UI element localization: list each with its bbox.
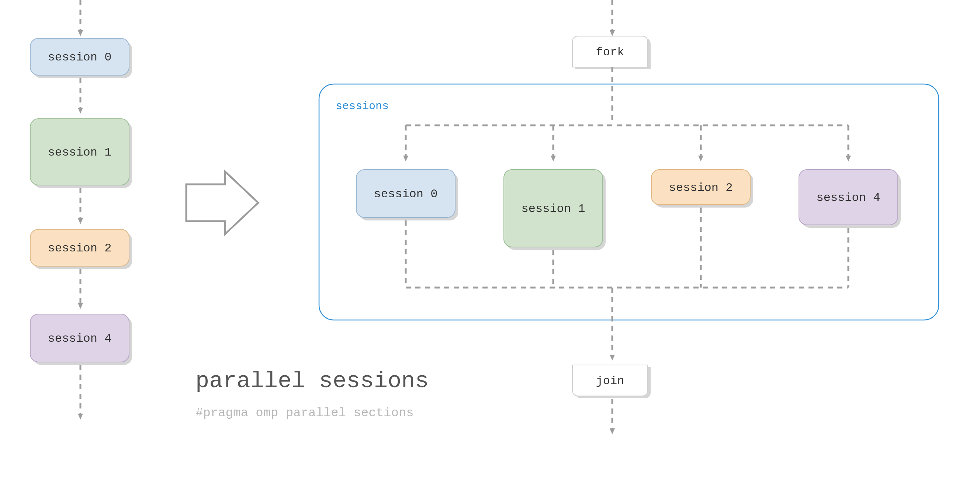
join-label: join <box>596 374 624 388</box>
parallel-sessions-diagram: session 0 session 1 session 2 session 4 <box>0 0 980 487</box>
seq-session-0: session 0 <box>30 38 132 78</box>
seq-session-2: session 2 <box>30 229 132 269</box>
seq-session-4-label: session 4 <box>48 332 112 346</box>
sessions-container-label: sessions <box>336 100 389 113</box>
fork-node: fork <box>573 36 651 69</box>
seq-session-1-label: session 1 <box>48 146 112 159</box>
join-node: join <box>573 365 651 398</box>
seq-session-1: session 1 <box>30 119 132 188</box>
seq-session-4: session 4 <box>30 314 132 365</box>
par-session-2: session 2 <box>651 170 753 208</box>
par-session-0: session 0 <box>356 170 458 220</box>
par-session-0-label: session 0 <box>374 187 438 201</box>
par-session-2-label: session 2 <box>669 181 733 195</box>
parallel-diagram: fork sessions session 0 session 1 <box>319 0 939 431</box>
diagram-subtitle: #pragma omp parallel sections <box>196 406 414 420</box>
sequential-column: session 0 session 1 session 2 session 4 <box>30 0 132 417</box>
par-session-4: session 4 <box>799 170 901 228</box>
par-session-1: session 1 <box>504 170 606 250</box>
diagram-title: parallel sessions <box>196 368 429 394</box>
par-session-4-label: session 4 <box>817 191 880 205</box>
seq-session-0-label: session 0 <box>48 51 112 64</box>
transform-arrow-icon <box>186 171 258 234</box>
seq-session-2-label: session 2 <box>48 241 112 255</box>
par-session-1-label: session 1 <box>522 202 585 216</box>
svg-marker-5 <box>186 171 258 234</box>
fork-label: fork <box>596 45 624 59</box>
